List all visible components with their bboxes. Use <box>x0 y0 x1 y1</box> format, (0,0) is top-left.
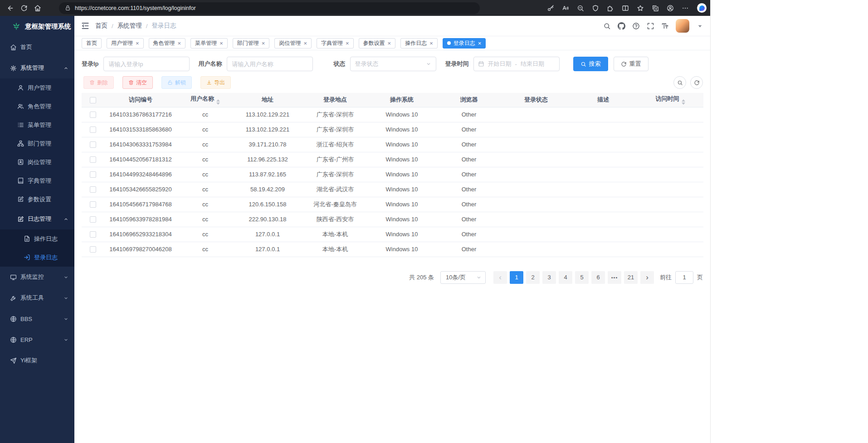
back-icon[interactable] <box>4 2 17 14</box>
col-user-name-header[interactable]: 用户名称 <box>177 93 234 107</box>
tab-user-mgmt[interactable]: 用户管理 × <box>107 38 144 49</box>
sidebar-toggle-icon[interactable] <box>81 21 90 30</box>
goto-page-input[interactable] <box>675 271 693 284</box>
page-button-3[interactable]: 3 <box>542 271 556 284</box>
tab-role-mgmt[interactable]: 角色管理 × <box>149 38 186 49</box>
address-bar[interactable]: https://ccnetcore.com:1101/system/log/lo… <box>59 2 480 14</box>
tab-close-icon[interactable]: × <box>262 40 265 46</box>
login-time-range[interactable]: 开始日期 - 结束日期 <box>473 57 560 71</box>
pagination-ellipsis[interactable]: ••• <box>608 271 621 284</box>
sidebar-item-dict-mgmt[interactable]: 字典管理 <box>0 171 74 190</box>
page-button-2[interactable]: 2 <box>526 271 540 284</box>
sidebar-item-bbs[interactable]: BBS <box>0 308 74 329</box>
row-checkbox[interactable] <box>90 112 96 118</box>
user-name-input[interactable] <box>227 57 313 71</box>
tab-close-icon[interactable]: × <box>178 40 181 46</box>
split-screen-icon[interactable] <box>619 2 632 14</box>
tab-close-icon[interactable]: × <box>136 40 139 46</box>
caret-down-icon[interactable] <box>696 22 704 30</box>
sidebar-item-tools[interactable]: 系统工具 <box>0 287 74 308</box>
end-date-placeholder[interactable]: 结束日期 <box>521 60 544 68</box>
collections-icon[interactable] <box>649 2 662 14</box>
row-checkbox[interactable] <box>90 141 96 148</box>
row-checkbox[interactable] <box>90 216 96 223</box>
tab-menu-mgmt[interactable]: 菜单管理 × <box>190 38 228 49</box>
page-button-21[interactable]: 21 <box>624 271 638 284</box>
page-button-4[interactable]: 4 <box>559 271 572 284</box>
copilot-icon[interactable] <box>697 3 707 13</box>
unlock-button[interactable]: 解锁 <box>161 76 192 89</box>
sort-icons[interactable] <box>216 99 220 105</box>
tab-operation-log[interactable]: 操作日志 × <box>400 38 438 49</box>
page-size-select[interactable]: 10条/页 <box>440 271 486 284</box>
user-avatar[interactable] <box>676 19 689 33</box>
login-ip-input[interactable] <box>103 57 190 71</box>
sidebar-item-user-mgmt[interactable]: 用户管理 <box>0 78 74 97</box>
tab-param-settings[interactable]: 参数设置 × <box>359 38 396 49</box>
tab-dict-mgmt[interactable]: 字典管理 × <box>317 38 354 49</box>
page-button-1[interactable]: 1 <box>510 271 523 284</box>
sidebar-item-login-log[interactable]: 登录日志 <box>0 248 74 267</box>
row-checkbox[interactable] <box>90 246 96 253</box>
tab-close-icon[interactable]: × <box>219 40 223 46</box>
reload-icon[interactable] <box>17 2 31 14</box>
sidebar-item-monitor[interactable]: 系统监控 <box>0 267 74 287</box>
row-checkbox[interactable] <box>90 231 96 238</box>
next-page-button[interactable]: › <box>640 271 654 284</box>
tab-close-icon[interactable]: × <box>478 40 482 46</box>
fullscreen-icon[interactable] <box>647 22 654 30</box>
select-all-checkbox[interactable] <box>90 97 96 103</box>
sidebar-item-post-mgmt[interactable]: 岗位管理 <box>0 153 74 171</box>
text-size-icon[interactable] <box>661 22 669 30</box>
tab-close-icon[interactable]: × <box>388 40 391 46</box>
search-button[interactable]: 搜索 <box>573 57 608 71</box>
export-button[interactable]: 导出 <box>200 76 231 89</box>
tab-dept-mgmt[interactable]: 部门管理 × <box>233 38 270 49</box>
tab-home[interactable]: 首页 <box>82 38 102 49</box>
sidebar-item-log-mgmt[interactable]: 日志管理 <box>0 209 74 229</box>
toggle-search-button[interactable] <box>673 76 686 89</box>
browser-home-icon[interactable] <box>31 2 44 14</box>
clear-button[interactable]: 清空 <box>122 76 153 89</box>
help-icon[interactable] <box>632 22 640 30</box>
favorites-icon[interactable] <box>634 2 647 14</box>
tab-close-icon[interactable]: × <box>346 40 349 46</box>
shield-icon[interactable] <box>589 2 602 14</box>
page-button-5[interactable]: 5 <box>575 271 589 284</box>
start-date-placeholder[interactable]: 开始日期 <box>488 60 512 68</box>
sort-icons[interactable] <box>682 99 685 105</box>
sidebar-item-system-mgmt[interactable]: 系统管理 <box>0 58 74 78</box>
sidebar-item-erp[interactable]: ERP <box>0 329 74 350</box>
browser-profile-icon[interactable] <box>663 2 677 14</box>
breadcrumb-home[interactable]: 首页 <box>95 22 107 30</box>
extensions-icon[interactable] <box>604 2 617 14</box>
sidebar-item-param-settings[interactable]: 参数设置 <box>0 190 74 209</box>
col-visit-time-header[interactable]: 访问时间 <box>637 93 703 107</box>
row-checkbox[interactable] <box>90 201 96 208</box>
app-logo[interactable]: 意框架管理系统 <box>0 16 74 37</box>
prev-page-button[interactable]: ‹ <box>493 271 507 284</box>
zoom-out-icon[interactable] <box>574 2 587 14</box>
reset-button[interactable]: 重置 <box>614 57 649 71</box>
breadcrumb-system-mgmt[interactable]: 系统管理 <box>117 22 142 30</box>
sidebar-item-home[interactable]: 首页 <box>0 37 74 58</box>
row-checkbox[interactable] <box>90 127 96 133</box>
status-select[interactable]: 登录状态 <box>350 57 436 71</box>
row-checkbox[interactable] <box>90 156 96 163</box>
delete-button[interactable]: 删除 <box>83 76 114 89</box>
sidebar-item-menu-mgmt[interactable]: 菜单管理 <box>0 116 74 134</box>
tab-close-icon[interactable]: × <box>303 40 307 46</box>
sidebar-item-dept-mgmt[interactable]: 部门管理 <box>0 134 74 153</box>
search-icon[interactable] <box>603 22 611 30</box>
row-checkbox[interactable] <box>90 171 96 178</box>
row-checkbox[interactable] <box>90 186 96 193</box>
tab-close-icon[interactable]: × <box>429 40 433 46</box>
github-icon[interactable] <box>618 22 625 30</box>
key-icon[interactable] <box>544 2 557 14</box>
more-icon[interactable] <box>678 2 692 14</box>
sidebar-item-role-mgmt[interactable]: 角色管理 <box>0 97 74 116</box>
tab-post-mgmt[interactable]: 岗位管理 × <box>274 38 312 49</box>
sidebar-item-yi-framework[interactable]: Yi框架 <box>0 350 74 371</box>
refresh-table-button[interactable] <box>690 76 703 89</box>
sidebar-item-operation-log[interactable]: 操作日志 <box>0 229 74 248</box>
